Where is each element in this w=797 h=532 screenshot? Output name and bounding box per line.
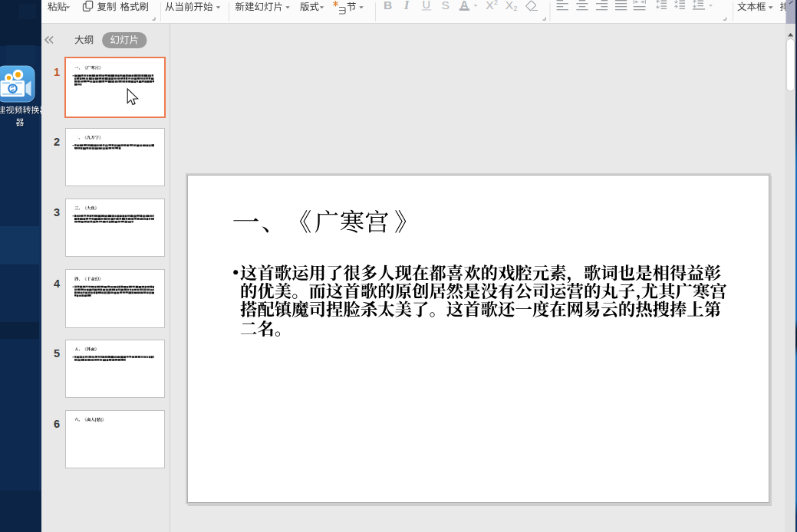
svg-text:2: 2 [513, 4, 517, 12]
svg-text:3: 3 [54, 206, 60, 218]
svg-text:U: U [423, 0, 430, 11]
svg-text:S: S [442, 0, 450, 11]
svg-text:B: B [384, 0, 392, 11]
svg-text:6: 6 [54, 418, 60, 430]
svg-text:2: 2 [494, 0, 498, 6]
svg-text:1: 1 [54, 66, 60, 78]
svg-text:5: 5 [54, 347, 60, 360]
svg-text:4: 4 [54, 277, 60, 290]
svg-text:X: X [486, 0, 494, 11]
svg-text:2: 2 [54, 136, 60, 148]
svg-text:I: I [403, 0, 410, 12]
svg-text:X: X [506, 0, 514, 11]
